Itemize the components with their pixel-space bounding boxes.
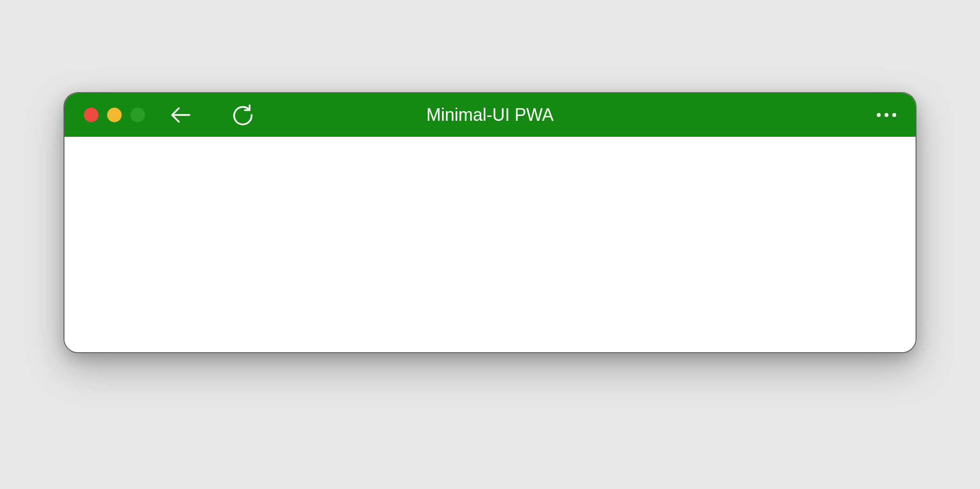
- more-dots-icon: [892, 113, 896, 117]
- close-button[interactable]: [84, 108, 98, 122]
- maximize-button[interactable]: [130, 108, 145, 122]
- nav-controls: [169, 103, 254, 127]
- window-title: Minimal-UI PWA: [427, 105, 554, 125]
- more-button[interactable]: [877, 113, 896, 117]
- reload-button[interactable]: [231, 103, 254, 127]
- content-area: [64, 137, 916, 352]
- back-button[interactable]: [169, 103, 192, 127]
- titlebar: Minimal-UI PWA: [64, 93, 916, 137]
- more-dots-icon: [877, 113, 881, 117]
- more-dots-icon: [885, 113, 888, 117]
- app-window: Minimal-UI PWA: [63, 92, 917, 353]
- reload-icon: [232, 104, 253, 126]
- minimize-button[interactable]: [107, 108, 122, 122]
- traffic-lights: [84, 108, 145, 122]
- back-arrow-icon: [169, 103, 192, 127]
